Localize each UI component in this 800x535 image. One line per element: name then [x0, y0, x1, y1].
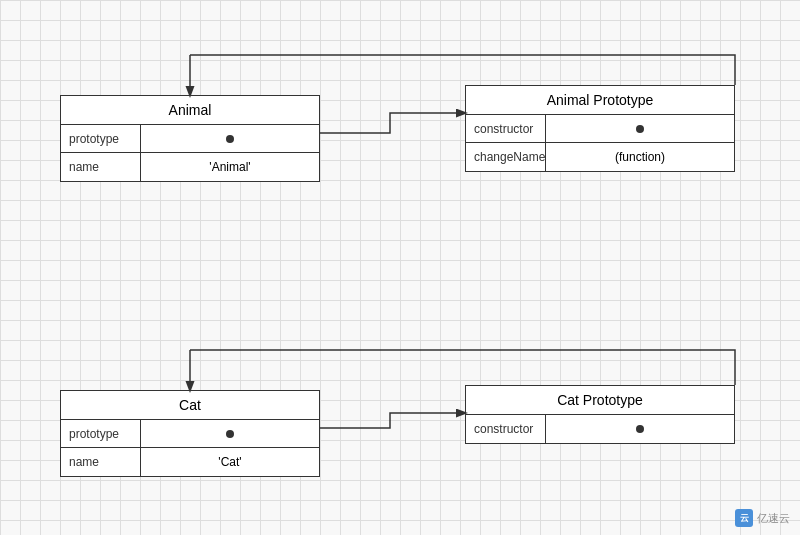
animal-prototype-arrow [320, 113, 465, 133]
cat-prototype-dot [226, 430, 234, 438]
cat-box: Cat prototype name 'Cat' [60, 390, 320, 477]
cat-loop-line [190, 350, 735, 385]
diagram-container: Animal prototype name 'Animal' Animal Pr… [0, 0, 800, 535]
animal-name-key: name [61, 153, 141, 181]
animalproto-changename-row: changeName (function) [466, 143, 734, 171]
animalproto-constructor-key: constructor [466, 115, 546, 142]
animalproto-constructor-dot [636, 125, 644, 133]
cat-prototype-arrow [320, 413, 465, 428]
watermark: 云 亿速云 [735, 509, 790, 527]
animal-name-row: name 'Animal' [61, 153, 319, 181]
cat-title: Cat [61, 391, 319, 420]
cat-prototype-title: Cat Prototype [466, 386, 734, 415]
animal-prototype-val [141, 125, 319, 152]
animalproto-changename-key: changeName [466, 143, 546, 171]
cat-prototype-key: prototype [61, 420, 141, 447]
animalproto-constructor-row: constructor [466, 115, 734, 143]
cat-prototype-row: prototype [61, 420, 319, 448]
catproto-constructor-row: constructor [466, 415, 734, 443]
catproto-constructor-val [546, 415, 734, 443]
catproto-constructor-dot [636, 425, 644, 433]
watermark-text: 亿速云 [757, 511, 790, 526]
catproto-constructor-key: constructor [466, 415, 546, 443]
watermark-icon: 云 [735, 509, 753, 527]
animal-loop-line [190, 55, 735, 85]
animal-name-val: 'Animal' [141, 153, 319, 181]
cat-name-key: name [61, 448, 141, 476]
animal-box: Animal prototype name 'Animal' [60, 95, 320, 182]
cat-name-row: name 'Cat' [61, 448, 319, 476]
animal-prototype-row: prototype [61, 125, 319, 153]
animal-prototype-box: Animal Prototype constructor changeName … [465, 85, 735, 172]
cat-prototype-box: Cat Prototype constructor [465, 385, 735, 444]
cat-name-val: 'Cat' [141, 448, 319, 476]
animal-title: Animal [61, 96, 319, 125]
cat-prototype-val [141, 420, 319, 447]
animal-prototype-dot [226, 135, 234, 143]
animal-prototype-key: prototype [61, 125, 141, 152]
animalproto-constructor-val [546, 115, 734, 142]
animalproto-changename-val: (function) [546, 143, 734, 171]
animal-prototype-title: Animal Prototype [466, 86, 734, 115]
